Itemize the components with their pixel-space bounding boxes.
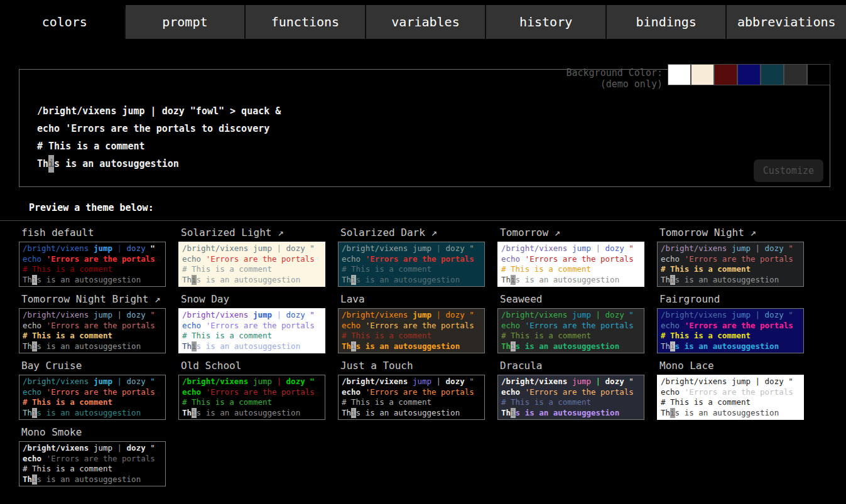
comment-token: # This is a comment	[501, 331, 591, 340]
space	[727, 310, 732, 319]
cursor-block: i	[32, 275, 37, 286]
string-token: 'Errors are the portals	[46, 387, 155, 397]
autosuggestion-token: s is an autosuggestion	[356, 408, 460, 417]
preview-line-3: # This is a comment	[342, 331, 484, 341]
theme-title[interactable]: Solarized Light ↗	[181, 227, 325, 239]
cursor-block: i	[192, 341, 197, 352]
tab-variables[interactable]: variables	[366, 5, 487, 39]
autosuggestion-token: s is an autosuggestion	[37, 275, 141, 284]
theme-preview[interactable]: /bright/vixens jump | dozy "echo 'Errors…	[178, 308, 325, 353]
theme-preview[interactable]: /bright/vixens jump | dozy "echo 'Errors…	[178, 242, 325, 287]
swatch-maroon[interactable]	[714, 64, 737, 85]
echo-token: echo	[501, 387, 520, 397]
space	[112, 443, 117, 453]
theme-preview[interactable]: /bright/vixens jump | dozy "echo 'Errors…	[657, 242, 804, 287]
theme-title[interactable]: Mono Smoke	[21, 426, 166, 439]
theme-title[interactable]: Mono Lace	[659, 360, 804, 372]
swatch-black[interactable]	[807, 64, 830, 85]
theme-title[interactable]: Snow Day	[181, 293, 325, 306]
arg-token: dozy	[605, 310, 624, 319]
preview-line-3: # This is a comment	[501, 264, 644, 275]
theme-preview[interactable]: /bright/vixens jump | dozy "echo 'Errors…	[497, 242, 644, 287]
theme-preview[interactable]: /bright/vixens jump | dozy "echo 'Errors…	[497, 375, 644, 420]
theme-title[interactable]: Solarized Dark ↗	[340, 227, 485, 239]
command-token: jump	[94, 443, 112, 453]
arg-token: dozy	[765, 244, 784, 253]
theme-preview[interactable]: /bright/vixens jump | dozy "echo 'Errors…	[338, 242, 485, 287]
arg-token: dozy	[446, 377, 465, 386]
preview-line-3: # This is a comment	[23, 264, 165, 275]
tab-functions[interactable]: functions	[246, 5, 366, 39]
theme-title[interactable]: Lava	[340, 293, 485, 306]
theme-title[interactable]: Dracula	[500, 360, 644, 372]
terminal-line-2: echo 'Errors are the portals to discover…	[37, 120, 830, 137]
space	[441, 377, 446, 386]
space	[122, 244, 127, 253]
theme-title[interactable]: Old School	[181, 360, 325, 372]
quote-token: "	[469, 244, 474, 253]
space	[89, 443, 94, 453]
theme-title[interactable]: Tomorrow Night Bright ↗	[21, 293, 166, 306]
tab-abbreviations[interactable]: abbreviations	[727, 5, 846, 39]
autosuggestion-token: s is an autosuggestion	[675, 341, 779, 351]
theme-preview[interactable]: /bright/vixens jump | dozy "echo 'Errors…	[657, 308, 804, 353]
comment-token: # This is a comment	[342, 397, 431, 407]
external-link-icon: ↗	[431, 227, 438, 239]
quote-token: "	[469, 310, 474, 319]
preview-line-3: # This is a comment	[661, 264, 803, 275]
theme-title[interactable]: Seaweed	[500, 293, 644, 306]
tab-history[interactable]: history	[486, 5, 607, 39]
autosuggestion-token: s is an autosuggestion	[356, 341, 460, 351]
theme-grid: fish default/bright/vixens jump | dozy "…	[19, 227, 846, 486]
theme-card: Tomorrow ↗/bright/vixens jump | dozy "ec…	[497, 227, 644, 287]
theme-preview[interactable]: /bright/vixens jump | dozy "echo 'Errors…	[19, 308, 166, 353]
theme-title[interactable]: Bay Cruise	[21, 360, 166, 372]
theme-title[interactable]: Tomorrow Night ↗	[659, 227, 804, 239]
quote-token: "	[150, 443, 155, 453]
tab-prompt[interactable]: prompt	[126, 5, 246, 39]
swatch-charcoal[interactable]	[784, 64, 807, 85]
theme-preview[interactable]: /bright/vixens jump | dozy "echo 'Errors…	[338, 375, 485, 420]
swatch-navy[interactable]	[737, 64, 761, 85]
preview-line-4: This is an autosuggestion	[661, 408, 803, 419]
preview-line-3: # This is a comment	[661, 331, 803, 341]
tab-bindings[interactable]: bindings	[607, 5, 727, 39]
theme-preview[interactable]: /bright/vixens jump | dozy "echo 'Errors…	[19, 441, 166, 486]
theme-preview[interactable]: /bright/vixens jump | dozy "echo 'Errors…	[19, 375, 166, 420]
space	[89, 244, 94, 253]
preview-line-4: This is an autosuggestion	[501, 408, 644, 419]
swatch-teal[interactable]	[761, 64, 784, 85]
tab-colors[interactable]: colors	[5, 5, 126, 39]
theme-preview[interactable]: /bright/vixens jump | dozy "echo 'Errors…	[497, 308, 644, 353]
typed-token: Th	[182, 275, 192, 284]
customize-button[interactable]: Customize	[754, 159, 823, 182]
space	[281, 377, 286, 386]
space	[680, 321, 685, 330]
space	[760, 377, 765, 386]
theme-title[interactable]: Just a Touch	[340, 360, 485, 372]
swatch-white[interactable]	[668, 64, 691, 85]
pipe-token: |	[117, 244, 122, 253]
comment-token: # This is a comment	[501, 397, 591, 407]
external-link-icon: ↗	[751, 227, 757, 239]
echo-token: echo	[182, 321, 201, 330]
command-token: jump	[94, 377, 112, 386]
theme-title[interactable]: fish default	[21, 227, 166, 239]
theme-title[interactable]: Fairground	[659, 293, 804, 306]
swatch-cream[interactable]	[691, 64, 714, 85]
path-token: /bright/vixens	[182, 377, 248, 386]
theme-card: Mono Lace/bright/vixens jump | dozy "ech…	[657, 360, 804, 420]
space	[520, 254, 525, 264]
theme-preview[interactable]: /bright/vixens jump | dozy "echo 'Errors…	[657, 375, 804, 420]
theme-preview[interactable]: /bright/vixens jump | dozy "echo 'Errors…	[338, 308, 485, 353]
theme-preview[interactable]: /bright/vixens jump | dozy "echo 'Errors…	[19, 242, 166, 287]
theme-title[interactable]: Tomorrow ↗	[500, 227, 644, 239]
space	[361, 321, 366, 330]
tab-bar: colorspromptfunctionsvariableshistorybin…	[5, 5, 846, 39]
preview-line-1: /bright/vixens jump | dozy "	[182, 244, 325, 254]
space	[361, 387, 366, 397]
theme-preview[interactable]: /bright/vixens jump | dozy "echo 'Errors…	[178, 375, 325, 420]
cursor-block: i	[48, 155, 54, 173]
preview-line-2: echo 'Errors are the portals	[501, 321, 644, 331]
preview-line-4: This is an autosuggestion	[23, 275, 165, 286]
